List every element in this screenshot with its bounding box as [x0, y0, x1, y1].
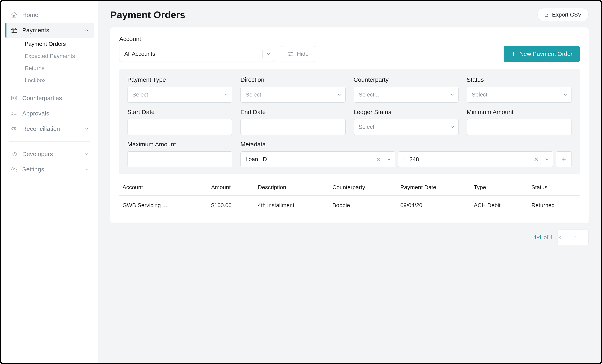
cell-counterparty: Bobbie	[329, 196, 397, 215]
chevron-down-icon	[333, 92, 345, 97]
chevron-down-icon	[446, 92, 458, 97]
end-date-input[interactable]	[240, 119, 345, 135]
chevron-down-icon	[220, 92, 232, 97]
sidebar-item-counterparties[interactable]: Counterparties	[5, 90, 94, 106]
svg-point-1	[13, 97, 14, 99]
page-total: 1	[550, 234, 553, 240]
filter-panel: Payment Type Select Direction Select	[119, 69, 580, 174]
code-icon	[11, 150, 18, 158]
max-amount-input[interactable]	[127, 151, 232, 167]
col-account: Account	[119, 180, 208, 196]
contact-card-icon	[11, 94, 18, 102]
ledger-status-label: Ledger Status	[354, 109, 459, 115]
scales-icon	[11, 125, 18, 132]
sidebar-divider	[9, 141, 90, 142]
add-metadata-button[interactable]	[556, 151, 572, 167]
plus-icon	[511, 51, 516, 57]
hide-label: Hide	[297, 51, 309, 57]
sidebar: Home Payments Payment Orders Expected Pa…	[1, 1, 98, 363]
app-frame: Home Payments Payment Orders Expected Pa…	[0, 0, 602, 364]
payment-type-select[interactable]: Select	[127, 87, 232, 103]
hide-filters-button[interactable]: Hide	[281, 46, 315, 62]
account-label: Account	[119, 36, 275, 42]
sidebar-item-approvals[interactable]: Approvals	[5, 106, 94, 121]
metadata-value-select[interactable]: L_248 ✕	[398, 151, 553, 167]
sidebar-item-label: Counterparties	[22, 95, 62, 102]
status-label: Status	[467, 76, 572, 83]
svg-rect-0	[11, 96, 17, 100]
payment-orders-table: Account Amount Description Counterparty …	[119, 180, 580, 215]
svg-point-3	[291, 52, 292, 53]
col-description: Description	[255, 180, 329, 196]
sidebar-item-reconciliation[interactable]: Reconciliation	[5, 121, 94, 136]
sidebar-item-label: Reconciliation	[22, 125, 60, 132]
clear-icon[interactable]: ✕	[532, 156, 541, 163]
direction-label: Direction	[240, 76, 345, 83]
chevron-down-icon	[85, 127, 89, 131]
counterparty-select[interactable]: Select...	[354, 87, 459, 103]
filter-bar: Account All Accounts Hide	[119, 36, 580, 62]
max-amount-label: Maximum Amount	[127, 141, 232, 148]
svg-point-4	[289, 55, 290, 56]
chevron-down-icon	[559, 92, 571, 97]
new-payment-order-label: New Payment Order	[519, 51, 572, 57]
sidebar-item-label: Settings	[22, 166, 44, 173]
payment-type-label: Payment Type	[127, 76, 232, 83]
gear-icon	[11, 166, 18, 173]
chevron-down-icon	[446, 124, 458, 130]
page-info: 1-1 of 1	[534, 234, 553, 241]
cell-payment-date: 09/04/20	[397, 196, 471, 215]
bank-icon	[11, 27, 18, 34]
sidebar-item-label: Home	[22, 11, 38, 18]
chevron-down-icon	[541, 157, 553, 162]
sidebar-sub-expected-payments[interactable]: Expected Payments	[23, 50, 94, 62]
main-content: Payment Orders Export CSV Account All Ac…	[98, 1, 601, 363]
min-amount-input[interactable]	[467, 119, 572, 135]
start-date-input[interactable]	[127, 119, 232, 135]
chevron-down-icon	[85, 152, 89, 156]
sidebar-item-label: Approvals	[22, 110, 49, 117]
sidebar-item-developers[interactable]: Developers	[5, 146, 94, 162]
page-nav	[558, 229, 589, 245]
sidebar-item-payments[interactable]: Payments	[5, 23, 94, 38]
end-date-label: End Date	[240, 109, 345, 115]
status-select[interactable]: Select	[467, 87, 572, 103]
export-csv-label: Export CSV	[552, 11, 581, 18]
col-counterparty: Counterparty	[329, 180, 397, 196]
download-icon	[544, 12, 549, 17]
checklist-icon	[11, 110, 18, 117]
col-status: Status	[528, 180, 580, 196]
cell-amount: $100.00	[208, 196, 255, 215]
sidebar-item-home[interactable]: Home	[5, 7, 94, 23]
new-payment-order-button[interactable]: New Payment Order	[504, 46, 580, 62]
sidebar-sub-payment-orders[interactable]: Payment Orders	[23, 38, 94, 50]
account-select[interactable]: All Accounts	[119, 46, 275, 62]
export-csv-button[interactable]: Export CSV	[537, 8, 589, 21]
chevron-down-icon	[85, 167, 89, 172]
sidebar-item-label: Developers	[22, 151, 53, 157]
cell-description: 4th installment	[255, 196, 329, 215]
next-page-button[interactable]	[573, 230, 589, 245]
sidebar-item-settings[interactable]: Settings	[5, 162, 94, 177]
chevron-down-icon	[262, 51, 275, 57]
table-row[interactable]: GWB Servicing ... $100.00 4th installmen…	[119, 196, 580, 215]
chevron-down-icon	[383, 157, 395, 162]
min-amount-label: Minimum Amount	[467, 109, 572, 115]
direction-select[interactable]: Select	[240, 87, 345, 103]
metadata-key-select[interactable]: Loan_ID ✕	[240, 151, 396, 167]
page-range: 1-1	[534, 234, 542, 240]
page-header: Payment Orders Export CSV	[110, 8, 589, 21]
sidebar-item-label: Payments	[22, 27, 49, 34]
clear-icon[interactable]: ✕	[374, 156, 383, 163]
prev-page-button[interactable]	[558, 230, 573, 245]
sidebar-sub-lockbox[interactable]: Lockbox	[23, 74, 94, 86]
svg-point-2	[13, 169, 15, 170]
sidebar-sub-returns[interactable]: Returns	[23, 62, 94, 74]
account-selected-value: All Accounts	[119, 51, 262, 57]
chevron-up-icon	[85, 28, 89, 32]
ledger-status-select[interactable]: Select	[354, 119, 459, 135]
cell-type: ACH Debit	[471, 196, 528, 215]
col-type: Type	[471, 180, 528, 196]
start-date-label: Start Date	[127, 109, 232, 115]
sliders-icon	[288, 51, 294, 57]
